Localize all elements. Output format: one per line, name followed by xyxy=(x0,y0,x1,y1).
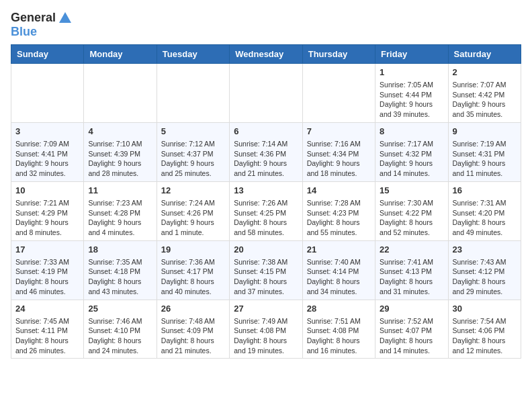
calendar-week-row: 24Sunrise: 7:45 AM Sunset: 4:11 PM Dayli… xyxy=(11,300,521,359)
day-number: 22 xyxy=(380,244,443,256)
day-info: Sunrise: 7:16 AM Sunset: 4:34 PM Dayligh… xyxy=(307,139,371,179)
day-number: 30 xyxy=(453,303,517,315)
day-number: 3 xyxy=(15,126,79,138)
day-number: 16 xyxy=(453,185,517,197)
day-number: 29 xyxy=(380,303,443,315)
calendar-cell: 10Sunrise: 7:21 AM Sunset: 4:29 PM Dayli… xyxy=(11,181,84,240)
calendar-cell: 17Sunrise: 7:33 AM Sunset: 4:19 PM Dayli… xyxy=(11,240,84,300)
day-info: Sunrise: 7:43 AM Sunset: 4:12 PM Dayligh… xyxy=(453,257,517,297)
day-info: Sunrise: 7:19 AM Sunset: 4:31 PM Dayligh… xyxy=(453,139,517,179)
calendar-header-row: SundayMondayTuesdayWednesdayThursdayFrid… xyxy=(11,44,521,63)
logo-text-blue: Blue xyxy=(11,26,37,39)
calendar-cell xyxy=(302,63,375,122)
calendar-cell: 19Sunrise: 7:36 AM Sunset: 4:17 PM Dayli… xyxy=(157,240,229,300)
calendar-cell xyxy=(157,63,229,122)
day-number: 23 xyxy=(453,244,517,256)
calendar-cell: 9Sunrise: 7:19 AM Sunset: 4:31 PM Daylig… xyxy=(448,122,521,181)
day-info: Sunrise: 7:09 AM Sunset: 4:41 PM Dayligh… xyxy=(15,139,79,179)
day-info: Sunrise: 7:30 AM Sunset: 4:22 PM Dayligh… xyxy=(380,198,443,238)
calendar-cell: 30Sunrise: 7:54 AM Sunset: 4:06 PM Dayli… xyxy=(448,300,521,359)
day-number: 14 xyxy=(307,185,371,197)
day-header-friday: Friday xyxy=(375,44,448,63)
day-info: Sunrise: 7:51 AM Sunset: 4:08 PM Dayligh… xyxy=(307,316,371,356)
calendar-cell: 11Sunrise: 7:23 AM Sunset: 4:28 PM Dayli… xyxy=(84,181,157,240)
day-number: 5 xyxy=(161,126,225,138)
day-info: Sunrise: 7:17 AM Sunset: 4:32 PM Dayligh… xyxy=(380,139,443,179)
calendar-cell: 4Sunrise: 7:10 AM Sunset: 4:39 PM Daylig… xyxy=(84,122,157,181)
day-info: Sunrise: 7:48 AM Sunset: 4:09 PM Dayligh… xyxy=(161,316,225,356)
calendar-cell: 22Sunrise: 7:41 AM Sunset: 4:13 PM Dayli… xyxy=(375,240,448,300)
day-number: 8 xyxy=(380,126,443,138)
calendar-table: SundayMondayTuesdayWednesdayThursdayFrid… xyxy=(11,44,521,359)
calendar-cell: 12Sunrise: 7:24 AM Sunset: 4:26 PM Dayli… xyxy=(157,181,229,240)
day-info: Sunrise: 7:45 AM Sunset: 4:11 PM Dayligh… xyxy=(15,316,79,356)
calendar-cell: 26Sunrise: 7:48 AM Sunset: 4:09 PM Dayli… xyxy=(157,300,229,359)
calendar-cell: 29Sunrise: 7:52 AM Sunset: 4:07 PM Dayli… xyxy=(375,300,448,359)
day-header-monday: Monday xyxy=(84,44,157,63)
calendar-cell: 23Sunrise: 7:43 AM Sunset: 4:12 PM Dayli… xyxy=(448,240,521,300)
logo-icon xyxy=(58,11,73,26)
calendar-week-row: 1Sunrise: 7:05 AM Sunset: 4:44 PM Daylig… xyxy=(11,63,521,122)
calendar-cell: 20Sunrise: 7:38 AM Sunset: 4:15 PM Dayli… xyxy=(230,240,302,300)
svg-marker-0 xyxy=(59,12,71,23)
day-number: 28 xyxy=(307,303,371,315)
day-info: Sunrise: 7:07 AM Sunset: 4:42 PM Dayligh… xyxy=(453,80,517,120)
day-info: Sunrise: 7:26 AM Sunset: 4:25 PM Dayligh… xyxy=(234,198,298,238)
day-number: 13 xyxy=(234,185,298,197)
calendar-week-row: 17Sunrise: 7:33 AM Sunset: 4:19 PM Dayli… xyxy=(11,240,521,300)
day-info: Sunrise: 7:46 AM Sunset: 4:10 PM Dayligh… xyxy=(88,316,152,356)
calendar-cell: 8Sunrise: 7:17 AM Sunset: 4:32 PM Daylig… xyxy=(375,122,448,181)
day-number: 18 xyxy=(88,244,152,256)
calendar-cell: 25Sunrise: 7:46 AM Sunset: 4:10 PM Dayli… xyxy=(84,300,157,359)
day-number: 4 xyxy=(88,126,152,138)
calendar-cell: 14Sunrise: 7:28 AM Sunset: 4:23 PM Dayli… xyxy=(302,181,375,240)
day-number: 17 xyxy=(15,244,79,256)
day-number: 11 xyxy=(88,185,152,197)
day-number: 6 xyxy=(234,126,298,138)
day-header-tuesday: Tuesday xyxy=(157,44,229,63)
day-number: 19 xyxy=(161,244,225,256)
calendar-week-row: 10Sunrise: 7:21 AM Sunset: 4:29 PM Dayli… xyxy=(11,181,521,240)
day-info: Sunrise: 7:12 AM Sunset: 4:37 PM Dayligh… xyxy=(161,139,225,179)
day-number: 10 xyxy=(15,185,79,197)
calendar-cell: 7Sunrise: 7:16 AM Sunset: 4:34 PM Daylig… xyxy=(302,122,375,181)
calendar-cell: 28Sunrise: 7:51 AM Sunset: 4:08 PM Dayli… xyxy=(302,300,375,359)
logo: General Blue xyxy=(11,11,73,39)
day-number: 7 xyxy=(307,126,371,138)
calendar-cell: 18Sunrise: 7:35 AM Sunset: 4:18 PM Dayli… xyxy=(84,240,157,300)
day-info: Sunrise: 7:54 AM Sunset: 4:06 PM Dayligh… xyxy=(453,316,517,356)
logo-text-general: General xyxy=(11,11,56,25)
day-number: 27 xyxy=(234,303,298,315)
day-number: 9 xyxy=(453,126,517,138)
calendar-cell: 27Sunrise: 7:49 AM Sunset: 4:08 PM Dayli… xyxy=(230,300,302,359)
day-number: 21 xyxy=(307,244,371,256)
day-info: Sunrise: 7:10 AM Sunset: 4:39 PM Dayligh… xyxy=(88,139,152,179)
day-info: Sunrise: 7:23 AM Sunset: 4:28 PM Dayligh… xyxy=(88,198,152,238)
calendar-week-row: 3Sunrise: 7:09 AM Sunset: 4:41 PM Daylig… xyxy=(11,122,521,181)
day-number: 2 xyxy=(453,66,517,79)
day-info: Sunrise: 7:38 AM Sunset: 4:15 PM Dayligh… xyxy=(234,257,298,297)
calendar-cell: 3Sunrise: 7:09 AM Sunset: 4:41 PM Daylig… xyxy=(11,122,84,181)
day-number: 12 xyxy=(161,185,225,197)
day-number: 20 xyxy=(234,244,298,256)
calendar-cell: 16Sunrise: 7:31 AM Sunset: 4:20 PM Dayli… xyxy=(448,181,521,240)
calendar-cell xyxy=(84,63,157,122)
day-info: Sunrise: 7:41 AM Sunset: 4:13 PM Dayligh… xyxy=(380,257,443,297)
day-number: 25 xyxy=(88,303,152,315)
calendar-cell: 15Sunrise: 7:30 AM Sunset: 4:22 PM Dayli… xyxy=(375,181,448,240)
day-info: Sunrise: 7:40 AM Sunset: 4:14 PM Dayligh… xyxy=(307,257,371,297)
day-number: 26 xyxy=(161,303,225,315)
day-header-sunday: Sunday xyxy=(11,44,84,63)
day-info: Sunrise: 7:49 AM Sunset: 4:08 PM Dayligh… xyxy=(234,316,298,356)
day-info: Sunrise: 7:36 AM Sunset: 4:17 PM Dayligh… xyxy=(161,257,225,297)
day-info: Sunrise: 7:14 AM Sunset: 4:36 PM Dayligh… xyxy=(234,139,298,179)
day-header-wednesday: Wednesday xyxy=(230,44,302,63)
page-header: General Blue xyxy=(11,11,521,39)
day-header-thursday: Thursday xyxy=(302,44,375,63)
calendar-cell: 5Sunrise: 7:12 AM Sunset: 4:37 PM Daylig… xyxy=(157,122,229,181)
day-info: Sunrise: 7:33 AM Sunset: 4:19 PM Dayligh… xyxy=(15,257,79,297)
day-info: Sunrise: 7:28 AM Sunset: 4:23 PM Dayligh… xyxy=(307,198,371,238)
day-info: Sunrise: 7:35 AM Sunset: 4:18 PM Dayligh… xyxy=(88,257,152,297)
day-info: Sunrise: 7:21 AM Sunset: 4:29 PM Dayligh… xyxy=(15,198,79,238)
day-number: 1 xyxy=(380,66,443,79)
